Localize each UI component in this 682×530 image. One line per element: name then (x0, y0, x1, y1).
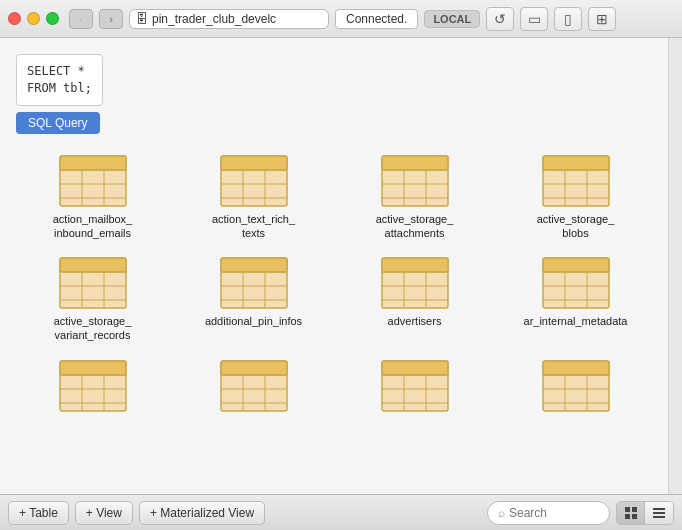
svg-rect-43 (382, 258, 448, 272)
table-icon (541, 154, 611, 208)
svg-rect-87 (632, 514, 637, 519)
search-input[interactable] (509, 506, 599, 520)
table-name: additional_pin_infos (205, 314, 302, 328)
table-icon (380, 154, 450, 208)
table-name: active_storage_attachments (376, 212, 454, 241)
search-icon: ⌕ (498, 506, 505, 520)
add-table-button[interactable]: + Table (8, 501, 69, 525)
grid-view-button[interactable] (617, 502, 645, 524)
table-icon (541, 359, 611, 413)
svg-rect-15 (382, 156, 448, 170)
svg-rect-78 (543, 361, 609, 375)
table-item[interactable] (338, 355, 491, 421)
table-icon (219, 359, 289, 413)
connection-status: Connected. (335, 9, 418, 29)
svg-rect-22 (543, 156, 609, 170)
table-name: ar_internal_metadata (524, 314, 628, 328)
table-item[interactable]: action_text_rich_texts (177, 150, 330, 245)
svg-rect-88 (653, 508, 665, 510)
table-name: action_mailbox_inbound_emails (53, 212, 133, 241)
table-icon (380, 359, 450, 413)
sql-query-section: SELECT * FROM tbl; SQL Query (16, 54, 652, 134)
svg-rect-71 (382, 361, 448, 375)
bottom-toolbar: + Table + View + Materialized View ⌕ (0, 494, 682, 530)
close-button[interactable] (8, 12, 21, 25)
list-icon (652, 506, 666, 520)
traffic-lights (8, 12, 59, 25)
db-icon: 🗄 (136, 12, 148, 26)
table-icon (58, 359, 128, 413)
svg-rect-8 (221, 156, 287, 170)
add-view-button[interactable]: + View (75, 501, 133, 525)
back-button[interactable]: ‹ (69, 9, 93, 29)
table-name: active_storage_variant_records (54, 314, 132, 343)
svg-rect-89 (653, 512, 665, 514)
table-icon (219, 256, 289, 310)
svg-rect-1 (60, 156, 126, 170)
table-name: active_storage_blobs (537, 212, 615, 241)
search-box[interactable]: ⌕ (487, 501, 610, 525)
table-item[interactable]: action_mailbox_inbound_emails (16, 150, 169, 245)
titlebar: ‹ › 🗄 pin_trader_club_develc Connected. … (0, 0, 682, 38)
content-panel: SELECT * FROM tbl; SQL Query action_mail… (0, 38, 668, 494)
grid-icon (624, 506, 638, 520)
refresh-button[interactable]: ↺ (486, 7, 514, 31)
tables-grid: action_mailbox_inbound_emails action_tex… (16, 150, 652, 429)
table-item[interactable]: active_storage_variant_records (16, 252, 169, 347)
sql-editor[interactable]: SELECT * FROM tbl; (16, 54, 103, 106)
table-icon (219, 154, 289, 208)
address-text: pin_trader_club_develc (152, 12, 276, 26)
forward-button[interactable]: › (99, 9, 123, 29)
table-item[interactable]: additional_pin_infos (177, 252, 330, 347)
local-badge: LOCAL (424, 10, 480, 28)
main-area: SELECT * FROM tbl; SQL Query action_mail… (0, 38, 682, 494)
table-item[interactable] (177, 355, 330, 421)
layout-button-3[interactable]: ⊞ (588, 7, 616, 31)
svg-rect-57 (60, 361, 126, 375)
table-name: advertisers (388, 314, 442, 328)
svg-rect-50 (543, 258, 609, 272)
table-item[interactable]: active_storage_blobs (499, 150, 652, 245)
table-icon (541, 256, 611, 310)
svg-rect-86 (625, 514, 630, 519)
address-bar[interactable]: 🗄 pin_trader_club_develc (129, 9, 329, 29)
svg-rect-36 (221, 258, 287, 272)
table-item[interactable]: active_storage_attachments (338, 150, 491, 245)
svg-rect-64 (221, 361, 287, 375)
fullscreen-button[interactable] (46, 12, 59, 25)
svg-rect-84 (625, 507, 630, 512)
table-item[interactable] (16, 355, 169, 421)
view-toggle-group (616, 501, 674, 525)
svg-rect-85 (632, 507, 637, 512)
scrollbar[interactable] (668, 38, 682, 494)
table-item[interactable]: ar_internal_metadata (499, 252, 652, 347)
minimize-button[interactable] (27, 12, 40, 25)
table-item[interactable] (499, 355, 652, 421)
table-icon (58, 256, 128, 310)
add-materialized-view-button[interactable]: + Materialized View (139, 501, 265, 525)
sql-query-button[interactable]: SQL Query (16, 112, 100, 134)
svg-rect-90 (653, 516, 665, 518)
list-view-button[interactable] (645, 502, 673, 524)
table-name: action_text_rich_texts (212, 212, 295, 241)
svg-rect-29 (60, 258, 126, 272)
layout-button-2[interactable]: ▯ (554, 7, 582, 31)
table-icon (58, 154, 128, 208)
layout-button-1[interactable]: ▭ (520, 7, 548, 31)
table-icon (380, 256, 450, 310)
table-item[interactable]: advertisers (338, 252, 491, 347)
